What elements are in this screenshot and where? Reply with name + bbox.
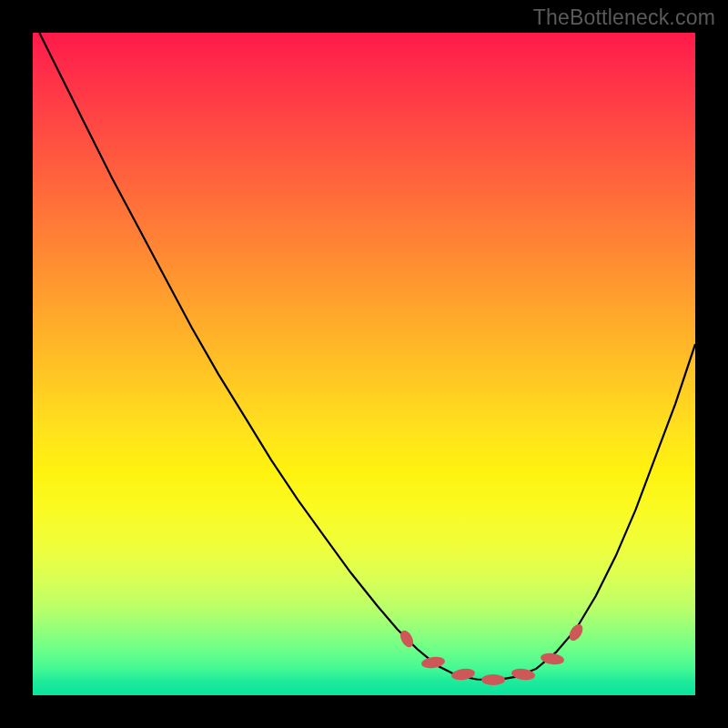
curve-marker xyxy=(481,674,505,685)
chart-gradient-background xyxy=(33,33,695,695)
chart-plot-area xyxy=(33,33,695,695)
watermark-text: TheBottleneck.com xyxy=(533,5,715,30)
